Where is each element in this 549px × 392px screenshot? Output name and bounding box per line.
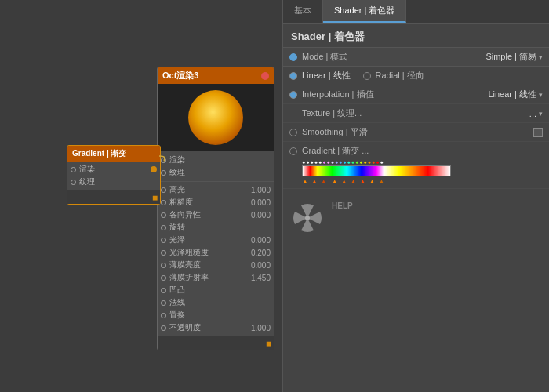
texture-label: Texture | 纹理... bbox=[289, 107, 529, 119]
gradient-node[interactable]: Gradient | 渐变 渲染 纹理 ◼ bbox=[67, 145, 161, 205]
p-dot-3 bbox=[161, 212, 166, 218]
interp-label: Interpolation | 插值 bbox=[302, 89, 488, 100]
p-dot-1 bbox=[161, 187, 166, 193]
gradient-row-texture: 纹理 bbox=[67, 176, 160, 188]
texture-value: ... bbox=[529, 109, 536, 118]
linear-radial-row: Linear | 线性 Radial | 径向 bbox=[283, 67, 549, 85]
gradient-label: Gradient | 渐变 ... bbox=[302, 145, 369, 157]
gradient-node-title: Gradient | 渐变 bbox=[72, 148, 126, 159]
oct-row-texture: 纹理 bbox=[158, 166, 274, 179]
gradient-corner-mark: ◼ bbox=[152, 194, 158, 201]
param-displace: 置换 bbox=[158, 309, 274, 321]
mode-dropdown-arrow[interactable]: ▾ bbox=[539, 53, 543, 61]
tab-basic[interactable]: 基本 bbox=[283, 0, 323, 23]
radial-label: Radial | 径向 bbox=[376, 70, 424, 82]
radial-radio[interactable] bbox=[363, 72, 371, 80]
oct-texture-label: 纹理 bbox=[169, 167, 185, 178]
smoothing-label: Smoothing | 平滑 bbox=[302, 126, 530, 138]
gradient-color-bar[interactable] bbox=[302, 165, 451, 176]
interp-value: Linear | 线性 bbox=[488, 89, 536, 100]
p-dot-9 bbox=[161, 288, 166, 293]
oct-render-dot bbox=[161, 158, 166, 163]
mode-value-text: Simple | 简易 bbox=[485, 51, 536, 63]
gradient-output-dot bbox=[151, 166, 157, 172]
oct-texture-dot bbox=[161, 170, 166, 176]
p-dot-10 bbox=[161, 300, 166, 306]
oct-row-render: 渲染 bbox=[158, 154, 274, 166]
param-roughness: 粗糙度 0.000 bbox=[158, 196, 274, 209]
oct-preview-sphere bbox=[188, 90, 243, 145]
oct-node-rows: 渲染 纹理 bbox=[158, 151, 274, 181]
mode-row: Mode | 模式 Simple | 简易 ▾ bbox=[283, 48, 549, 67]
linear-radio[interactable] bbox=[289, 72, 297, 80]
help-pinwheel-icon bbox=[291, 201, 324, 234]
interpolation-row: Interpolation | 插值 Linear | 线性 ▾ bbox=[283, 85, 549, 104]
param-bump: 凹凸 bbox=[158, 284, 274, 296]
texture-row: Texture | 纹理... ... ▾ bbox=[283, 104, 549, 123]
p-dot-4 bbox=[161, 225, 166, 230]
interp-radio[interactable] bbox=[289, 91, 297, 99]
param-normal: 法线 bbox=[158, 296, 274, 309]
gradient-radio[interactable] bbox=[289, 147, 297, 155]
param-anisotropy: 各向异性 0.000 bbox=[158, 209, 274, 221]
svg-point-1 bbox=[305, 216, 310, 220]
right-panel: 基本 Shader | 着色器 Shader | 着色器 Mode | 模式 S… bbox=[282, 0, 549, 392]
g-dot-1 bbox=[71, 167, 76, 172]
help-area: HELP bbox=[283, 194, 549, 242]
p-dot-2 bbox=[161, 200, 166, 205]
param-film-bright: 薄膜亮度 0.000 bbox=[158, 259, 274, 271]
p-dot-5 bbox=[161, 238, 166, 243]
p-dot-7 bbox=[161, 263, 166, 268]
tab-bar: 基本 Shader | 着色器 bbox=[283, 0, 549, 24]
panel-title: Shader | 着色器 bbox=[283, 24, 549, 48]
p-dot-12 bbox=[161, 325, 166, 331]
texture-arrow[interactable]: ▾ bbox=[539, 110, 543, 118]
oct-node-corner-mark: ◼ bbox=[266, 339, 271, 347]
smoothing-radio[interactable] bbox=[289, 129, 297, 136]
param-gloss-rough: 光泽粗糙度 0.200 bbox=[158, 246, 274, 259]
tab-shader[interactable]: Shader | 着色器 bbox=[323, 0, 406, 23]
smoothing-checkbox[interactable] bbox=[533, 128, 543, 137]
p-dot-11 bbox=[161, 313, 166, 318]
mode-radio[interactable] bbox=[289, 53, 297, 61]
interp-arrow[interactable]: ▾ bbox=[539, 91, 543, 99]
mode-value: Simple | 简易 ▾ bbox=[485, 51, 543, 63]
node-editor: Oct渲染3 渲染 纹理 高光 1.000 粗糙度 bbox=[0, 0, 282, 392]
p-dot-6 bbox=[161, 250, 166, 256]
gradient-row: Gradient | 渐变 ... ● ● ● ● ● ● ● ● ● ● ● … bbox=[283, 142, 549, 189]
oct-node-header: Oct渲染3 bbox=[158, 67, 274, 84]
linear-label: Linear | 线性 bbox=[302, 70, 351, 82]
help-label: HELP bbox=[332, 201, 353, 210]
param-gloss: 光泽 0.000 bbox=[158, 234, 274, 246]
p-dot-8 bbox=[161, 275, 166, 281]
g-dot-2 bbox=[71, 180, 76, 185]
oct-render-label: 渲染 bbox=[169, 154, 185, 165]
gradient-display: ● ● ● ● ● ● ● ● ● ● ● ● ● ● ● ● ● ● ● ● bbox=[289, 159, 543, 185]
oct-node-title: Oct渲染3 bbox=[162, 70, 198, 82]
gradient-node-header: Gradient | 渐变 bbox=[67, 146, 160, 162]
oct-node-close[interactable] bbox=[261, 72, 269, 80]
oct-preview-wrap bbox=[158, 84, 274, 151]
param-rotation: 旋转 bbox=[158, 221, 274, 234]
smoothing-row: Smoothing | 平滑 bbox=[283, 123, 549, 142]
gradient-node-rows: 渲染 纹理 bbox=[67, 162, 160, 190]
oct-node[interactable]: Oct渲染3 渲染 纹理 高光 1.000 粗糙度 bbox=[157, 67, 274, 350]
param-opacity: 不透明度 1.000 bbox=[158, 321, 274, 334]
gradient-arrow-handles: ▲ ▲ ▲ ▲ ▲ ▲ ▲ ▲ ▲ bbox=[302, 178, 451, 185]
param-film-ior: 薄膜折射率 1.450 bbox=[158, 271, 274, 284]
param-highlight: 高光 1.000 bbox=[158, 183, 274, 196]
white-dots-row: ● ● ● ● ● ● ● ● ● ● ● ● ● ● ● ● ● ● ● ● bbox=[302, 159, 543, 165]
mode-label: Mode | 模式 bbox=[302, 51, 485, 63]
gradient-row-render: 渲染 bbox=[67, 163, 160, 176]
